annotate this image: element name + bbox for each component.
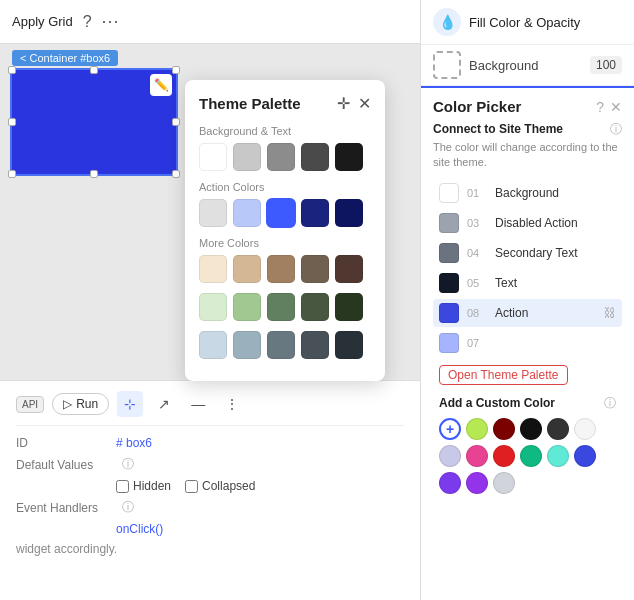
more-icon[interactable]: ⋮ bbox=[219, 391, 245, 417]
run-button[interactable]: ▷ Run bbox=[52, 393, 109, 415]
opacity-value[interactable]: 100 bbox=[590, 56, 622, 74]
swatch-bg-1[interactable] bbox=[199, 143, 227, 171]
collapsed-input[interactable] bbox=[185, 480, 198, 493]
theme-swatch-05 bbox=[439, 273, 459, 293]
swatch-action-1[interactable] bbox=[199, 199, 227, 227]
cc-swatch-8[interactable] bbox=[493, 445, 515, 467]
id-value[interactable]: # box6 bbox=[116, 436, 152, 450]
cc-swatch-3[interactable] bbox=[520, 418, 542, 440]
theme-item-01[interactable]: 01 Background bbox=[433, 179, 622, 207]
cc-swatch-1[interactable] bbox=[466, 418, 488, 440]
swatch-more-2-3[interactable] bbox=[267, 293, 295, 321]
connect-info-icon[interactable]: ⓘ bbox=[610, 121, 622, 138]
swatch-more-3-3[interactable] bbox=[267, 331, 295, 359]
theme-swatch-01 bbox=[439, 183, 459, 203]
hidden-checkbox[interactable]: Hidden bbox=[116, 479, 171, 493]
more-options-icon[interactable]: ··· bbox=[102, 11, 120, 32]
swatch-more-3-5[interactable] bbox=[335, 331, 363, 359]
resize-handle-tr[interactable] bbox=[172, 66, 180, 74]
more-colors-row2 bbox=[199, 293, 371, 321]
theme-item-07[interactable]: 07 bbox=[433, 329, 622, 357]
swatch-more-1-5[interactable] bbox=[335, 255, 363, 283]
cp-close-icon[interactable]: ✕ bbox=[610, 99, 622, 115]
connect-to-site-label: Connect to Site Theme bbox=[433, 122, 563, 136]
theme-item-08[interactable]: 08 Action ⛓ bbox=[433, 299, 622, 327]
swatch-action-2[interactable] bbox=[233, 199, 261, 227]
hidden-label: Hidden bbox=[133, 479, 171, 493]
resize-handle-ml[interactable] bbox=[8, 118, 16, 126]
palette-add-icon[interactable]: ✛ bbox=[337, 94, 350, 113]
swatch-bg-2[interactable] bbox=[233, 143, 261, 171]
swatch-more-1-2[interactable] bbox=[233, 255, 261, 283]
swatch-action-3[interactable] bbox=[267, 199, 295, 227]
collapsed-checkbox[interactable]: Collapsed bbox=[185, 479, 255, 493]
cc-swatch-4[interactable] bbox=[547, 418, 569, 440]
cp-question-icon[interactable]: ? bbox=[596, 99, 604, 115]
edit-icon[interactable]: ✏️ bbox=[150, 74, 172, 96]
swatch-bg-5[interactable] bbox=[335, 143, 363, 171]
resize-handle-mr[interactable] bbox=[172, 118, 180, 126]
add-color-button[interactable]: + bbox=[439, 418, 461, 440]
minus-icon[interactable]: — bbox=[185, 391, 211, 417]
cc-swatch-13[interactable] bbox=[466, 472, 488, 494]
theme-label-05: Text bbox=[495, 276, 517, 290]
theme-num-04: 04 bbox=[467, 247, 487, 259]
swatch-more-2-2[interactable] bbox=[233, 293, 261, 321]
cc-swatch-6[interactable] bbox=[439, 445, 461, 467]
swatch-action-5[interactable] bbox=[335, 199, 363, 227]
palette-close-icon[interactable]: ✕ bbox=[358, 94, 371, 113]
theme-item-03[interactable]: 03 Disabled Action bbox=[433, 209, 622, 237]
expand-icon[interactable]: ↗ bbox=[151, 391, 177, 417]
swatch-more-1-3[interactable] bbox=[267, 255, 295, 283]
event-handlers-row: Event Handlers ⓘ bbox=[16, 499, 404, 516]
swatch-more-1-4[interactable] bbox=[301, 255, 329, 283]
event-info-icon[interactable]: ⓘ bbox=[122, 499, 134, 516]
swatch-more-3-2[interactable] bbox=[233, 331, 261, 359]
theme-link-icon-08: ⛓ bbox=[604, 306, 616, 320]
onclick-row: onClick() bbox=[16, 522, 404, 536]
theme-item-04[interactable]: 04 Secondary Text bbox=[433, 239, 622, 267]
custom-color-swatches: + bbox=[439, 418, 616, 494]
custom-color-info-icon[interactable]: ⓘ bbox=[604, 395, 616, 412]
theme-num-08: 08 bbox=[467, 307, 487, 319]
resize-handle-br[interactable] bbox=[172, 170, 180, 178]
swatch-more-2-1[interactable] bbox=[199, 293, 227, 321]
theme-label-04: Secondary Text bbox=[495, 246, 578, 260]
swatch-action-4[interactable] bbox=[301, 199, 329, 227]
resize-handle-bl[interactable] bbox=[8, 170, 16, 178]
theme-item-05[interactable]: 05 Text bbox=[433, 269, 622, 297]
blue-box-widget[interactable]: ✏️ bbox=[10, 68, 178, 176]
apply-grid-label: Apply Grid bbox=[12, 14, 73, 29]
theme-swatch-03 bbox=[439, 213, 459, 233]
swatch-more-2-5[interactable] bbox=[335, 293, 363, 321]
checkboxes: Hidden Collapsed bbox=[116, 479, 255, 493]
swatch-bg-4[interactable] bbox=[301, 143, 329, 171]
id-row: ID # box6 bbox=[16, 436, 404, 450]
cc-swatch-12[interactable] bbox=[439, 472, 461, 494]
theme-items-list: 01 Background 03 Disabled Action 04 Seco… bbox=[433, 179, 622, 357]
resize-handle-tl[interactable] bbox=[8, 66, 16, 74]
default-values-info-icon[interactable]: ⓘ bbox=[122, 456, 134, 473]
cc-swatch-5[interactable] bbox=[574, 418, 596, 440]
cc-swatch-2[interactable] bbox=[493, 418, 515, 440]
swatch-more-2-4[interactable] bbox=[301, 293, 329, 321]
cc-swatch-14[interactable] bbox=[493, 472, 515, 494]
hidden-input[interactable] bbox=[116, 480, 129, 493]
api-badge[interactable]: API bbox=[16, 396, 44, 413]
open-theme-palette-link[interactable]: Open Theme Palette bbox=[439, 365, 568, 385]
background-label: Background bbox=[469, 58, 538, 73]
cc-swatch-7[interactable] bbox=[466, 445, 488, 467]
cc-swatch-10[interactable] bbox=[547, 445, 569, 467]
cc-swatch-9[interactable] bbox=[520, 445, 542, 467]
cc-swatch-11[interactable] bbox=[574, 445, 596, 467]
resize-handle-tm[interactable] bbox=[90, 66, 98, 74]
swatch-more-1-1[interactable] bbox=[199, 255, 227, 283]
select-tool-icon[interactable]: ⊹ bbox=[117, 391, 143, 417]
swatch-more-3-4[interactable] bbox=[301, 331, 329, 359]
swatch-bg-3[interactable] bbox=[267, 143, 295, 171]
resize-handle-bm[interactable] bbox=[90, 170, 98, 178]
swatch-more-3-1[interactable] bbox=[199, 331, 227, 359]
onclick-link[interactable]: onClick() bbox=[116, 522, 163, 536]
action-colors bbox=[199, 199, 371, 227]
question-icon[interactable]: ? bbox=[83, 13, 92, 31]
